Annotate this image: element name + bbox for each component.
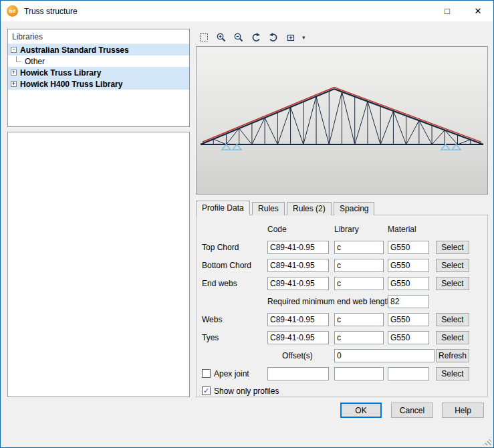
tree-item-label: Australian Standard Trusses	[20, 45, 129, 55]
tree-item-other[interactable]: Other	[8, 55, 189, 67]
zoom-out-icon	[233, 32, 244, 43]
tree-item-howick-truss-library[interactable]: + Howick Truss Library	[8, 67, 189, 78]
truss-preview-viewport[interactable]	[196, 46, 488, 195]
close-button[interactable]: ✕	[463, 1, 493, 21]
show-only-profiles-checkbox[interactable]: ✓	[202, 386, 211, 395]
refresh-button[interactable]: Refresh	[436, 349, 469, 362]
offsets-input[interactable]	[334, 349, 435, 362]
tyes-select-button[interactable]: Select	[436, 331, 469, 344]
top-chord-label: Top Chord	[202, 241, 239, 254]
marquee-zoom-button[interactable]	[196, 30, 212, 45]
tree-item-label: Howick Truss Library	[20, 68, 101, 78]
tree-connector-icon	[16, 56, 21, 62]
tree-item-howick-h400-truss-library[interactable]: + Howick H400 Truss Library	[8, 78, 189, 90]
top-chord-material-input[interactable]	[388, 241, 429, 254]
apex-material-input[interactable]	[388, 367, 429, 380]
apex-library-input[interactable]	[334, 367, 384, 380]
cancel-button[interactable]: Cancel	[391, 403, 433, 418]
rotate-left-button[interactable]	[248, 30, 264, 45]
show-only-profiles-label: Show only profiles	[214, 384, 279, 398]
tree-item-label: Other	[25, 57, 45, 66]
app-logo-icon: bd	[7, 5, 18, 17]
rotate-left-icon	[251, 32, 261, 43]
marquee-zoom-icon	[199, 32, 209, 43]
top-chord-select-button[interactable]: Select	[436, 241, 469, 254]
libraries-tree-panel: Libraries - Australian Standard Trusses …	[7, 29, 190, 127]
top-chord-library-input[interactable]	[334, 241, 384, 254]
apex-code-input[interactable]	[267, 367, 329, 380]
bottom-chord-label: Bottom Chord	[202, 259, 251, 272]
end-webs-library-input[interactable]	[334, 277, 384, 290]
toolbar-dropdown-icon[interactable]: ▾	[300, 34, 307, 41]
webs-label: Webs	[202, 313, 222, 326]
column-header-code: Code	[267, 225, 287, 234]
tyes-code-input[interactable]	[267, 331, 329, 344]
tab-rules-2[interactable]: Rules (2)	[287, 202, 332, 215]
min-end-web-length-input[interactable]	[388, 295, 429, 308]
webs-material-input[interactable]	[388, 313, 429, 326]
tyes-library-input[interactable]	[334, 331, 384, 344]
tyes-material-input[interactable]	[388, 331, 429, 344]
tree-item-label: Howick H400 Truss Library	[20, 80, 122, 89]
truss-list-panel[interactable]	[7, 132, 190, 397]
tab-profile-data[interactable]: Profile Data	[196, 201, 250, 215]
truss-structure-dialog: bd Truss structure □ ✕ Libraries - Austr…	[0, 0, 494, 448]
apex-select-button[interactable]: Select	[436, 367, 469, 380]
zoom-extents-button[interactable]	[283, 30, 299, 45]
title-bar[interactable]: bd Truss structure	[1, 1, 493, 21]
collapse-icon[interactable]: -	[11, 47, 17, 53]
bottom-chord-material-input[interactable]	[388, 259, 429, 272]
tyes-label: Tyes	[202, 331, 219, 344]
truss-drawing	[197, 47, 487, 194]
libraries-column-header[interactable]: Libraries	[8, 29, 189, 44]
rotate-right-icon	[268, 32, 279, 43]
expand-icon[interactable]: +	[11, 81, 17, 87]
webs-code-input[interactable]	[267, 313, 329, 326]
column-header-library: Library	[334, 225, 359, 234]
min-end-web-length-label: Required minimum end web length	[267, 295, 391, 308]
webs-library-input[interactable]	[334, 313, 384, 326]
expand-icon[interactable]: +	[11, 70, 17, 76]
end-webs-select-button[interactable]: Select	[436, 277, 469, 290]
bottom-chord-code-input[interactable]	[267, 259, 329, 272]
apex-joint-checkbox[interactable]	[202, 369, 211, 378]
bottom-chord-select-button[interactable]: Select	[436, 259, 469, 272]
tab-rules[interactable]: Rules	[252, 202, 285, 215]
window-title: Truss structure	[24, 7, 78, 16]
end-webs-label: End webs	[202, 277, 237, 290]
tree-item-australian-standard-trusses[interactable]: - Australian Standard Trusses	[8, 44, 189, 55]
bottom-chord-library-input[interactable]	[334, 259, 384, 272]
column-header-material: Material	[388, 225, 416, 234]
end-webs-material-input[interactable]	[388, 277, 429, 290]
webs-select-button[interactable]: Select	[436, 313, 469, 326]
zoom-extents-icon	[285, 32, 296, 43]
maximize-button[interactable]: □	[432, 1, 463, 21]
ok-button[interactable]: OK	[340, 403, 382, 418]
offsets-label: Offset(s)	[282, 349, 313, 362]
tab-strip: Profile Data Rules Rules (2) Spacing	[196, 201, 374, 215]
help-button[interactable]: Help	[442, 403, 484, 418]
zoom-out-button[interactable]	[231, 30, 247, 45]
end-webs-code-input[interactable]	[267, 277, 329, 290]
zoom-in-button[interactable]	[213, 30, 229, 45]
top-chord-code-input[interactable]	[267, 241, 329, 254]
profile-data-tabpage: Code Library Material Top Chord Select B…	[196, 215, 488, 397]
window-controls: □ ✕	[432, 1, 493, 21]
tab-spacing[interactable]: Spacing	[334, 202, 374, 215]
preview-toolbar: ▾	[196, 29, 307, 45]
rotate-right-button[interactable]	[265, 30, 281, 45]
zoom-in-icon	[216, 32, 227, 43]
resize-grip[interactable]	[483, 437, 491, 445]
apex-joint-label: Apex joint	[214, 367, 249, 380]
